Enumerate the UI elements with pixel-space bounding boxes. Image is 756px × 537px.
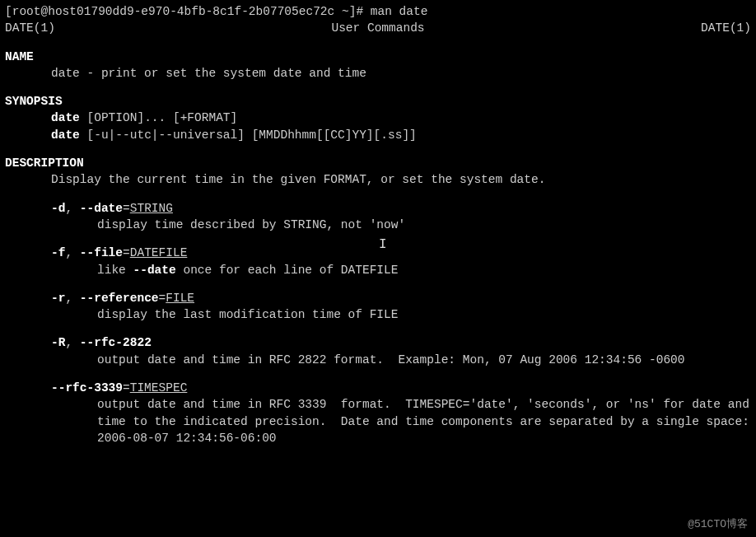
option-d-arg: STRING (130, 202, 173, 215)
section-title-synopsis: SYNOPSIS (5, 93, 751, 110)
section-title-description: DESCRIPTION (5, 155, 751, 171)
option-d-line: -d, --date=STRING (51, 200, 751, 217)
option-rfc3339-desc: output date and time in RFC 3339 format.… (51, 396, 751, 446)
option-f-long: --file (80, 246, 123, 259)
section-description: DESCRIPTION Display the current time in … (5, 155, 751, 446)
option-d: -d, --date=STRING display time described… (5, 200, 751, 234)
description-intro: Display the current time in the given FO… (5, 171, 751, 188)
synopsis-rest-2: [-u|--utc|--universal] [MMDDhhmm[[CC]YY]… (80, 128, 417, 142)
option-rfc3339-arg: TIMESPEC (130, 381, 188, 395)
man-header-left: DATE(1) (5, 20, 55, 36)
option-r-desc: display the last modification time of FI… (51, 306, 751, 323)
synopsis-rest-1: [OPTION]... [+FORMAT] (80, 111, 237, 124)
option-d-desc-pre: display time described by STRING, not (97, 218, 370, 231)
prompt-host: host01790dd9-e970-4bfb-8c1f-2b07705ec72c (48, 5, 334, 18)
section-title-name: NAME (5, 49, 751, 65)
prompt-user: root (12, 5, 41, 18)
option-f-desc-post: once for each line of DATEFILE (176, 264, 399, 277)
option-d-short: -d (51, 202, 65, 215)
option-rfc3339-line: --rfc-3339=TIMESPEC (51, 380, 751, 396)
option-f-arg: DATEFILE (130, 246, 188, 259)
option-f-short: -f (51, 246, 65, 259)
option-R-short: -R (51, 336, 65, 349)
option-R-desc: output date and time in RFC 2822 format.… (51, 352, 751, 368)
option-R-long: --rfc-2822 (80, 336, 152, 349)
watermark-text: @51CTO博客 (688, 517, 748, 532)
option-r: -r, --reference=FILE display the last mo… (5, 290, 751, 324)
option-r-long: --reference (80, 292, 159, 305)
option-r-arg: FILE (166, 292, 194, 305)
synopsis-line-2: date [-u|--utc|--universal] [MMDDhhmm[[C… (5, 127, 751, 143)
synopsis-line-1: date [OPTION]... [+FORMAT] (5, 110, 751, 126)
man-header-right: DATE(1) (701, 20, 751, 36)
synopsis-cmd-1: date (51, 111, 80, 124)
option-r-short: -r (51, 292, 65, 305)
option-rfc3339-long: --rfc-3339 (51, 381, 123, 395)
option-R-line: -R, --rfc-2822 (51, 334, 751, 351)
option-f-line: -f, --file=DATEFILE (51, 245, 751, 261)
option-R: -R, --rfc-2822 output date and time in R… (5, 334, 751, 368)
section-name: NAME date - print or set the system date… (5, 49, 751, 82)
option-d-desc-quoted: 'now' (370, 218, 406, 231)
man-header-row: DATE(1) User Commands DATE(1) (5, 20, 751, 36)
option-rfc3339: --rfc-3339=TIMESPEC output date and time… (5, 380, 751, 446)
option-r-line: -r, --reference=FILE (51, 290, 751, 306)
synopsis-cmd-2: date (51, 128, 80, 142)
option-f-desc: like --date once for each line of DATEFI… (51, 262, 751, 278)
prompt-command: man date (371, 5, 428, 18)
option-f: -f, --file=DATEFILE like --date once for… (5, 245, 751, 278)
section-synopsis: SYNOPSIS date [OPTION]... [+FORMAT] date… (5, 93, 751, 143)
shell-prompt-line[interactable]: [root@host01790dd9-e970-4bfb-8c1f-2b0770… (5, 3, 751, 20)
option-f-desc-pre: like (97, 264, 133, 277)
option-d-long: --date (80, 202, 123, 215)
prompt-cwd: ~ (342, 5, 349, 18)
option-f-desc-bold: --date (133, 264, 176, 277)
man-header-center: User Commands (55, 20, 701, 36)
option-d-desc: display time described by STRING, not 'n… (51, 217, 751, 233)
name-text: date - print or set the system date and … (5, 65, 751, 82)
